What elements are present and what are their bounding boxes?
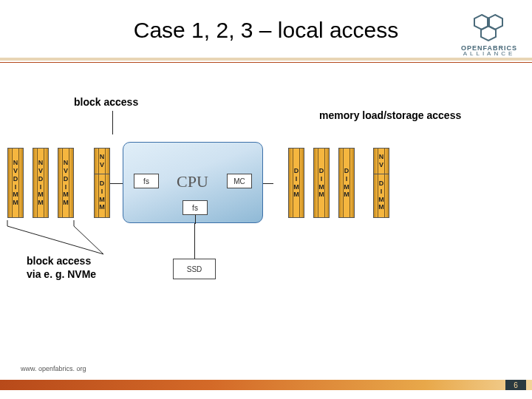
- nvdimm-to-cpu-line: [110, 183, 123, 184]
- dimm-bar-3: DIMM: [338, 148, 355, 218]
- dimm-bar-2: DIMM: [313, 148, 330, 218]
- mc-to-dimm-line: [263, 183, 273, 184]
- block-access-tick: [112, 111, 113, 134]
- nv-dimm-split-bar-right: NV DIMM: [373, 148, 389, 218]
- nvdimm-bar-2-label: NVDIMM: [38, 159, 44, 207]
- nv-label-left: NV: [95, 153, 109, 169]
- memory-access-label: memory load/storage access: [319, 109, 461, 121]
- nvdimm-bar-3-label: NVDIMM: [63, 159, 69, 207]
- footer-url: www. openfabrics. org: [21, 365, 86, 372]
- dimm-label-right: DIMM: [374, 180, 389, 211]
- fs-bottom-stub: [195, 215, 196, 224]
- top-divider: [0, 58, 532, 65]
- nvdimm-bar-1-label: NVDIMM: [13, 159, 18, 207]
- cpu-label: CPU: [177, 172, 208, 191]
- dimm-label-left: DIMM: [95, 180, 109, 211]
- nv-dimm-split-bar-left: NV DIMM: [94, 148, 110, 218]
- nvdimm-bar-1: NVDIMM: [7, 148, 24, 218]
- block-caption-line2: via e. g. NVMe: [27, 268, 96, 280]
- dimm-bar-1: DIMM: [288, 148, 304, 218]
- logo-text-line2: ALLIANCE: [460, 50, 519, 57]
- page-number: 6: [505, 380, 526, 390]
- logo: OPENFABRICS ALLIANCE: [460, 13, 519, 57]
- ssd-box: SSD: [173, 259, 216, 279]
- cpu-to-ssd-line: [194, 223, 195, 259]
- hexagon-cluster-icon: [471, 13, 508, 43]
- page-title: Case 1, 2, 3 – local access: [0, 18, 532, 43]
- nvdimm-bar-2: NVDIMM: [33, 148, 49, 218]
- block-caption-line1: block access: [27, 255, 91, 267]
- dimm-bar-1-label: DIMM: [293, 167, 299, 199]
- mc-box: MC: [227, 174, 252, 188]
- fs-box-left: fs: [134, 174, 159, 188]
- cpu-box: fs CPU MC fs: [123, 142, 263, 223]
- nv-label-right: NV: [374, 153, 389, 169]
- dimm-bar-2-label: DIMM: [318, 167, 324, 199]
- nvdimm-bar-3: NVDIMM: [58, 148, 74, 218]
- dimm-bar-3-label: DIMM: [344, 167, 349, 199]
- block-access-label: block access: [74, 96, 138, 108]
- fs-box-bottom: fs: [183, 200, 208, 215]
- footer-bar: [0, 380, 532, 390]
- svg-marker-2: [481, 26, 496, 41]
